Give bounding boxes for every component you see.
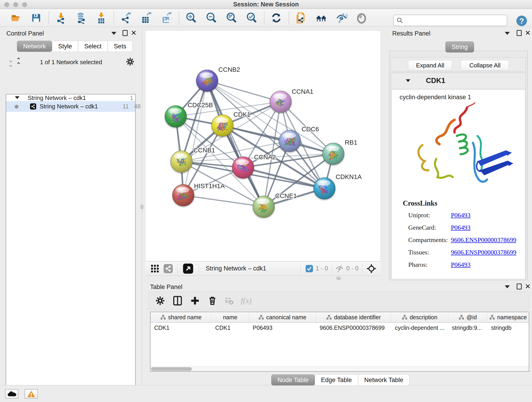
- table-horizontal-scrollbar[interactable]: [151, 366, 529, 371]
- column-header-id[interactable]: @id: [448, 312, 488, 322]
- clone-network-icon[interactable]: [295, 12, 307, 24]
- tab-network[interactable]: Network: [17, 41, 52, 52]
- toolbar-separator: [114, 12, 114, 24]
- tree-expander-icon[interactable]: [15, 96, 19, 99]
- toolbar-separator: [177, 263, 177, 274]
- network-canvas[interactable]: CCNB2CCNA1CDC25BCDK1CDC6RB1CCNB1CCNA2CDK…: [145, 31, 381, 261]
- control-panel-menu-icon[interactable]: [111, 32, 116, 35]
- results-panel-float-icon[interactable]: [517, 30, 522, 36]
- warning-button[interactable]: [25, 389, 38, 399]
- network-row-selected[interactable]: String Network – cdk1 11 48: [6, 101, 135, 112]
- network-graph[interactable]: CCNB2CCNA1CDC25BCDK1CDC6RB1CCNB1CCNA2CDK…: [146, 31, 381, 262]
- crosslink-pharos-link[interactable]: P06493: [451, 261, 471, 268]
- column-header-database-identifier[interactable]: database identifier: [316, 312, 391, 322]
- table-gear-icon[interactable]: [155, 296, 165, 306]
- bottom-splitter-handle[interactable]: [336, 277, 341, 280]
- network-list-view-icon[interactable]: [164, 264, 173, 273]
- crosslink-genecard-link[interactable]: P06493: [451, 224, 471, 231]
- left-splitter-handle[interactable]: [140, 205, 143, 209]
- tab-network-table[interactable]: Network Table: [358, 375, 410, 385]
- collapse-all-networks-icon[interactable]: ⌄⌄: [8, 58, 13, 67]
- gear-icon[interactable]: [126, 57, 135, 66]
- table-panel-float-icon[interactable]: [517, 283, 522, 289]
- export-network-icon[interactable]: [120, 12, 132, 24]
- cell-name[interactable]: CDK1: [211, 323, 249, 333]
- gene-name: CDK1: [426, 77, 445, 85]
- results-panel-title: Results Panel: [392, 30, 431, 37]
- node-label: RB1: [345, 139, 357, 146]
- import-network-icon[interactable]: [55, 12, 67, 24]
- birds-eye-view-icon[interactable]: [183, 264, 193, 274]
- network-tree: String Network – cdk1 1 String Network –…: [6, 94, 136, 402]
- open-session-icon[interactable]: [10, 12, 22, 24]
- search-field[interactable]: [393, 15, 507, 26]
- tab-select[interactable]: Select: [78, 41, 108, 52]
- network-collection-row[interactable]: String Network – cdk1 1: [6, 95, 135, 101]
- hidden-eye-icon[interactable]: [335, 264, 344, 273]
- table-panel-menu-icon[interactable]: [505, 285, 510, 288]
- column-header-description[interactable]: description: [391, 312, 448, 322]
- eye-icon[interactable]: [355, 12, 367, 24]
- cell-description[interactable]: cyclin-dependent ...: [391, 323, 448, 333]
- tab-style[interactable]: Style: [52, 41, 78, 52]
- hide-show-icon[interactable]: [336, 12, 347, 24]
- import-database-icon[interactable]: [75, 12, 87, 24]
- results-panel-close-icon[interactable]: ✕: [525, 30, 531, 36]
- add-column-icon[interactable]: [190, 296, 200, 306]
- tab-node-table[interactable]: Node Table: [271, 375, 315, 385]
- show-columns-icon[interactable]: [172, 296, 183, 306]
- control-panel-float-icon[interactable]: [123, 30, 128, 36]
- zoom-out-icon[interactable]: [205, 12, 217, 24]
- tab-sets[interactable]: Sets: [108, 41, 133, 52]
- home-icon[interactable]: [315, 12, 327, 24]
- crosshair-icon[interactable]: [366, 263, 377, 274]
- collapse-all-button[interactable]: Collapse All: [461, 60, 509, 70]
- results-panel-menu-icon[interactable]: [505, 32, 510, 35]
- refresh-icon[interactable]: [270, 12, 282, 24]
- grid-view-icon[interactable]: [150, 264, 159, 273]
- gene-section-header[interactable]: CDK1: [391, 73, 526, 89]
- zoom-in-icon[interactable]: [185, 12, 197, 24]
- cell-namespace[interactable]: stringdb: [487, 323, 529, 333]
- protein-structure-image: [409, 102, 514, 193]
- scrollbar-thumb[interactable]: [151, 367, 192, 371]
- control-panel-close-icon[interactable]: ✕: [131, 30, 137, 36]
- control-panel-title: Control Panel: [6, 30, 44, 37]
- status-bar: Memory: [0, 385, 532, 402]
- node-label: CDK1: [234, 111, 251, 118]
- selected-checkbox-icon[interactable]: [306, 265, 313, 272]
- zoom-selected-icon[interactable]: [246, 12, 258, 24]
- crosslink-compartments-link[interactable]: 9606.ENSP00000378699: [451, 236, 516, 244]
- expand-all-networks-icon[interactable]: ⌃⌃: [16, 58, 21, 67]
- help-button[interactable]: ?: [516, 16, 527, 26]
- column-header-shared-name[interactable]: shared name: [151, 312, 211, 322]
- toolbar-separator: [300, 263, 301, 274]
- export-image-icon[interactable]: [160, 12, 172, 24]
- cell-shared-name[interactable]: CDK1: [151, 323, 211, 333]
- table-row[interactable]: CDK1 CDK1 P06493 9606.ENSP00000378699 cy…: [151, 323, 529, 333]
- function-builder-icon: f(x): [241, 296, 252, 305]
- expand-all-button[interactable]: Expand All: [408, 60, 452, 70]
- column-header-canonical-name[interactable]: canonical name: [249, 312, 316, 322]
- cell-database-identifier[interactable]: 9606.ENSP00000378699: [316, 323, 391, 333]
- zoom-fit-icon[interactable]: [225, 12, 237, 24]
- delete-column-icon[interactable]: [207, 296, 217, 306]
- crosslink-tissues-link[interactable]: 9606.ENSP00000378699: [451, 249, 516, 256]
- cell-canonical-name[interactable]: P06493: [249, 323, 316, 333]
- control-panel: Control Panel ✕ Network Style Select Set…: [0, 27, 142, 385]
- cloud-button[interactable]: [5, 389, 18, 399]
- table-panel-close-icon[interactable]: ✕: [525, 283, 531, 289]
- save-session-icon[interactable]: [30, 12, 42, 24]
- gene-expander-icon[interactable]: [406, 79, 410, 82]
- search-input[interactable]: [403, 17, 502, 24]
- tab-string[interactable]: String: [445, 41, 474, 52]
- tab-edge-table[interactable]: Edge Table: [315, 375, 358, 385]
- window-title: Session: New Session: [0, 0, 532, 9]
- table-header-row: shared name name canonical name database…: [151, 312, 529, 323]
- column-header-namespace[interactable]: namespace: [487, 312, 529, 322]
- column-header-name[interactable]: name: [211, 312, 249, 322]
- crosslink-uniprot-link[interactable]: P06493: [451, 211, 471, 219]
- export-table-icon[interactable]: [140, 12, 152, 24]
- import-table-icon[interactable]: [95, 12, 107, 24]
- cell-id[interactable]: stringdb:9...: [448, 323, 488, 333]
